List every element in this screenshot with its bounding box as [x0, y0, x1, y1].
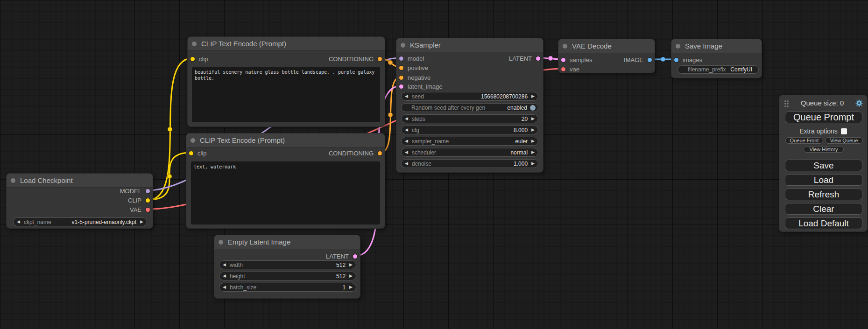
increment-arrow-icon[interactable]: ▶	[531, 161, 535, 166]
collapse-dot-icon[interactable]	[563, 44, 567, 49]
node-vae-decode[interactable]: VAE Decode samples vae IMAGE	[558, 39, 655, 73]
image-port-dot[interactable]	[648, 58, 652, 62]
steps-widget[interactable]: ◀ steps 20 ▶	[401, 114, 538, 123]
view-queue-button[interactable]: View Queue	[825, 137, 863, 144]
port-model-input[interactable]: model	[399, 54, 424, 63]
node-titlebar[interactable]: CLIP Text Encode (Prompt)	[186, 133, 385, 147]
increment-arrow-icon[interactable]: ▶	[349, 285, 353, 289]
clear-button[interactable]: Clear	[785, 203, 862, 215]
collapse-dot-icon[interactable]	[676, 44, 680, 49]
extra-options-checkbox[interactable]	[841, 128, 847, 134]
node-titlebar[interactable]: Load Checkpoint	[7, 174, 153, 188]
increment-arrow-icon[interactable]: ▶	[531, 150, 535, 154]
sampler-name-widget[interactable]: ◀ sampler_name euler ▶	[401, 137, 538, 146]
collapse-dot-icon[interactable]	[191, 138, 195, 143]
random-seed-toggle-widget[interactable]: Random seed after every gen enabled	[401, 103, 538, 112]
latent-port-dot[interactable]	[353, 254, 357, 259]
node-empty-latent-image[interactable]: Empty Latent Image LATENT ◀ width 512 ▶ …	[214, 235, 360, 299]
latent-port-dot[interactable]	[561, 58, 565, 62]
decrement-arrow-icon[interactable]: ◀	[405, 139, 408, 143]
queue-prompt-button[interactable]: Queue Prompt	[785, 112, 862, 123]
port-latent-output[interactable]: LATENT	[326, 252, 357, 260]
decrement-arrow-icon[interactable]: ◀	[223, 285, 226, 289]
decrement-arrow-icon[interactable]: ◀	[405, 128, 408, 132]
increment-arrow-icon[interactable]: ▶	[349, 263, 353, 267]
increment-arrow-icon[interactable]: ▶	[531, 117, 535, 121]
refresh-button[interactable]: Refresh	[785, 189, 862, 200]
width-widget[interactable]: ◀ width 512 ▶	[219, 260, 356, 269]
batch-size-widget[interactable]: ◀ batch_size 1 ▶	[219, 283, 356, 292]
denoise-widget[interactable]: ◀ denoise 1.000 ▶	[401, 159, 538, 168]
port-negative-input[interactable]: negative	[399, 73, 430, 82]
filename-prefix-widget[interactable]: filename_prefix ComfyUI	[677, 65, 759, 74]
collapse-dot-icon[interactable]	[192, 42, 197, 46]
load-default-button[interactable]: Load Default	[785, 217, 862, 229]
settings-gear-icon[interactable]	[855, 99, 863, 107]
conditioning-port-dot[interactable]	[378, 57, 382, 61]
latent-port-dot[interactable]	[399, 84, 403, 89]
vae-port-dot[interactable]	[561, 67, 565, 71]
negative-prompt-textarea[interactable]: text, watermark	[191, 161, 380, 224]
latent-port-dot[interactable]	[536, 56, 540, 61]
model-port-dot[interactable]	[399, 56, 403, 61]
port-latent-output[interactable]: LATENT	[509, 54, 540, 63]
port-clip-input[interactable]: clip	[191, 55, 208, 63]
node-titlebar[interactable]: CLIP Text Encode (Prompt)	[188, 37, 385, 51]
decrement-arrow-icon[interactable]: ◀	[405, 117, 408, 121]
node-titlebar[interactable]: KSampler	[396, 38, 543, 52]
model-port-dot[interactable]	[146, 189, 150, 193]
node-ksampler[interactable]: KSampler model positive negative latent_…	[396, 38, 543, 173]
collapse-dot-icon[interactable]	[11, 178, 15, 183]
port-vae-output[interactable]: VAE	[130, 205, 150, 214]
node-load-checkpoint[interactable]: Load Checkpoint MODEL CLIP VAE ◀ ckpt_na…	[6, 173, 153, 229]
port-images-input[interactable]: images	[674, 56, 702, 64]
ckpt-name-widget[interactable]: ◀ ckpt_name v1-5-pruned-emaonly.ckpt ▶	[13, 217, 147, 226]
positive-prompt-textarea[interactable]: beautiful scenery nature glass bottle la…	[192, 67, 380, 122]
cfg-widget[interactable]: ◀ cfg 8.000 ▶	[401, 126, 538, 134]
decrement-arrow-icon[interactable]: ◀	[223, 274, 226, 278]
collapse-dot-icon[interactable]	[219, 240, 223, 245]
scheduler-widget[interactable]: ◀ scheduler normal ▶	[401, 148, 538, 157]
increment-arrow-icon[interactable]: ▶	[531, 94, 535, 98]
increment-arrow-icon[interactable]: ▶	[140, 220, 143, 224]
conditioning-port-dot[interactable]	[399, 76, 403, 80]
decrement-arrow-icon[interactable]: ◀	[223, 263, 226, 267]
load-button[interactable]: Load	[785, 174, 862, 186]
toggle-enabled-icon[interactable]	[530, 105, 536, 111]
increment-arrow-icon[interactable]: ▶	[349, 274, 353, 278]
node-titlebar[interactable]: Empty Latent Image	[214, 235, 360, 249]
clip-port-dot[interactable]	[191, 57, 195, 61]
drag-handle-icon[interactable]	[784, 99, 789, 107]
port-clip-output[interactable]: CLIP	[128, 196, 150, 204]
vae-port-dot[interactable]	[146, 208, 150, 212]
decrement-arrow-icon[interactable]: ◀	[17, 220, 20, 224]
port-samples-input[interactable]: samples	[561, 56, 592, 64]
decrement-arrow-icon[interactable]: ◀	[405, 94, 408, 98]
image-port-dot[interactable]	[674, 58, 678, 62]
node-clip-text-encode-negative[interactable]: CLIP Text Encode (Prompt) clip CONDITION…	[186, 133, 385, 229]
conditioning-port-dot[interactable]	[378, 151, 382, 155]
port-model-output[interactable]: MODEL	[120, 187, 150, 195]
port-latent-image-input[interactable]: latent_image	[399, 82, 442, 91]
view-history-button[interactable]: View History	[804, 146, 844, 153]
port-vae-input[interactable]: vae	[561, 65, 579, 73]
save-button[interactable]: Save	[785, 160, 862, 171]
port-conditioning-output[interactable]: CONDITIONING	[329, 149, 382, 157]
port-positive-input[interactable]: positive	[399, 63, 428, 72]
node-save-image[interactable]: Save Image images filename_prefix ComfyU…	[671, 39, 762, 78]
node-titlebar[interactable]: VAE Decode	[558, 39, 655, 53]
clip-port-dot[interactable]	[189, 151, 193, 155]
collapse-dot-icon[interactable]	[401, 43, 405, 48]
port-image-output[interactable]: IMAGE	[624, 56, 652, 64]
port-clip-input[interactable]: clip	[189, 149, 207, 157]
seed-widget[interactable]: ◀ seed 156680208700286 ▶	[401, 92, 538, 101]
port-conditioning-output[interactable]: CONDITIONING	[329, 55, 382, 63]
decrement-arrow-icon[interactable]: ◀	[405, 161, 408, 166]
conditioning-port-dot[interactable]	[399, 66, 403, 70]
queue-front-button[interactable]: Queue Front	[785, 137, 823, 144]
node-clip-text-encode-positive[interactable]: CLIP Text Encode (Prompt) clip CONDITION…	[187, 36, 385, 127]
clip-port-dot[interactable]	[146, 198, 150, 203]
height-widget[interactable]: ◀ height 512 ▶	[219, 272, 356, 280]
increment-arrow-icon[interactable]: ▶	[531, 139, 535, 143]
increment-arrow-icon[interactable]: ▶	[531, 128, 535, 132]
